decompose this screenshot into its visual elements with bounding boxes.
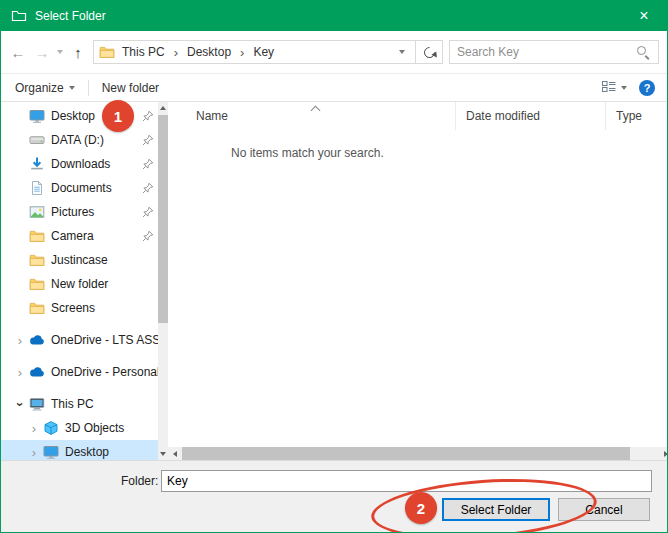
- sidebar-item-justincase[interactable]: Justincase: [1, 248, 158, 272]
- help-button[interactable]: ?: [639, 80, 655, 96]
- cloud-icon: [29, 364, 45, 380]
- chevron-collapsed-icon[interactable]: ›: [25, 445, 43, 460]
- window-title: Select Folder: [35, 9, 106, 23]
- title-bar[interactable]: Select Folder ×: [1, 1, 667, 31]
- sidebar-item-label: Pictures: [51, 205, 141, 219]
- breadcrumb-separator-icon: ›: [167, 45, 185, 60]
- sort-ascending-icon: [310, 106, 320, 116]
- downloads-icon: [29, 156, 45, 172]
- refresh-button[interactable]: [415, 41, 442, 63]
- column-label: Date modified: [466, 109, 540, 123]
- sidebar-item-desktop[interactable]: ›Desktop: [1, 440, 158, 460]
- folder-name-input[interactable]: [161, 470, 652, 492]
- sidebar-item-data-d[interactable]: DATA (D:): [1, 128, 158, 152]
- folder-icon: [29, 276, 45, 292]
- cancel-button[interactable]: Cancel: [558, 498, 650, 521]
- navigation-bar: ← → ↑ This PC › Desktop › Key: [1, 31, 667, 73]
- sidebar-item-documents[interactable]: Documents: [1, 176, 158, 200]
- chevron-collapsed-icon[interactable]: ›: [25, 421, 43, 436]
- column-header-name[interactable]: Name: [168, 102, 456, 130]
- breadcrumb: This PC › Desktop › Key: [94, 41, 389, 63]
- pin-icon: [141, 205, 155, 219]
- sidebar-item-3d-objects[interactable]: ›3D Objects: [1, 416, 158, 440]
- cube-icon: [43, 420, 59, 436]
- sidebar-item-desktop[interactable]: Desktop: [1, 104, 158, 128]
- sidebar-item-onedrive-lts-asso[interactable]: ›OneDrive - LTS ASSO: [1, 328, 158, 352]
- refresh-icon: [421, 44, 437, 60]
- dialog-footer: Folder: Select Folder Cancel: [1, 460, 667, 533]
- sidebar-item-label: Justincase: [51, 253, 158, 267]
- pin-icon: [141, 181, 155, 195]
- column-header-type[interactable]: Type: [606, 102, 668, 130]
- folder-icon: [99, 44, 115, 60]
- empty-message: No items match your search.: [231, 146, 384, 160]
- chevron-collapsed-icon[interactable]: ›: [11, 333, 29, 348]
- file-list: Name Date modified Type No items match y…: [168, 102, 668, 460]
- scroll-right-icon[interactable]: [659, 447, 668, 460]
- search-input[interactable]: [450, 45, 636, 59]
- column-header-date-modified[interactable]: Date modified: [456, 102, 606, 130]
- sidebar-item-pictures[interactable]: Pictures: [1, 200, 158, 224]
- sidebar-item-onedrive-personal[interactable]: ›OneDrive - Personal: [1, 360, 158, 384]
- sidebar-wrap: DesktopDATA (D:)DownloadsDocumentsPictur…: [1, 102, 168, 460]
- change-view-button[interactable]: [601, 78, 627, 97]
- breadcrumb-item-desktop[interactable]: Desktop: [185, 45, 233, 59]
- pin-icon: [141, 157, 155, 171]
- sidebar-item-label: Camera: [51, 229, 141, 243]
- toolbar-divider: [88, 80, 89, 96]
- address-dropdown-button[interactable]: [389, 41, 415, 63]
- scroll-left-icon[interactable]: [168, 447, 181, 460]
- breadcrumb-item-this-pc[interactable]: This PC: [120, 45, 167, 59]
- folder-icon: [29, 228, 45, 244]
- column-label: Type: [616, 109, 642, 123]
- sidebar-item-label: Desktop: [51, 109, 141, 123]
- chevron-collapsed-icon[interactable]: ›: [11, 365, 29, 380]
- desktop-icon: [29, 108, 45, 124]
- sidebar-item-camera[interactable]: Camera: [1, 224, 158, 248]
- close-button[interactable]: ×: [621, 1, 667, 31]
- drive-icon: [29, 132, 45, 148]
- breadcrumb-separator-icon: ›: [233, 45, 251, 60]
- up-button[interactable]: ↑: [69, 44, 87, 61]
- organize-button[interactable]: Organize: [11, 81, 79, 95]
- sidebar-item-this-pc[interactable]: ›This PC: [1, 392, 158, 416]
- scroll-up-icon[interactable]: [158, 102, 168, 114]
- sidebar-item-label: OneDrive - LTS ASSO: [51, 333, 158, 347]
- sidebar-item-downloads[interactable]: Downloads: [1, 152, 158, 176]
- command-bar: Organize New folder ?: [1, 73, 667, 102]
- address-bar[interactable]: This PC › Desktop › Key: [93, 40, 443, 64]
- pin-icon: [141, 109, 155, 123]
- search-box[interactable]: [449, 40, 659, 64]
- organize-dropdown-icon: [69, 86, 75, 90]
- folder-icon: [29, 252, 45, 268]
- scroll-down-icon[interactable]: [158, 448, 168, 460]
- sidebar-item-label: New folder: [51, 277, 158, 291]
- horizontal-scrollbar-thumb[interactable]: [182, 447, 630, 460]
- folder-icon: [29, 300, 45, 316]
- chevron-expanded-icon[interactable]: ›: [13, 395, 28, 413]
- pin-icon: [141, 229, 155, 243]
- desktop-icon: [43, 444, 59, 460]
- sidebar-item-new-folder[interactable]: New folder: [1, 272, 158, 296]
- select-folder-button[interactable]: Select Folder: [442, 498, 550, 521]
- sidebar-scrollbar[interactable]: [158, 102, 168, 460]
- sidebar-item-label: 3D Objects: [65, 421, 158, 435]
- computer-icon: [29, 396, 45, 412]
- picture-icon: [29, 204, 45, 220]
- app-icon: [11, 8, 27, 24]
- sidebar-item-label: OneDrive - Personal: [51, 365, 158, 379]
- new-folder-label: New folder: [102, 81, 159, 95]
- forward-button[interactable]: →: [33, 44, 51, 61]
- view-options-icon: [601, 78, 617, 97]
- sidebar-scrollbar-thumb[interactable]: [158, 115, 168, 323]
- dialog-body: DesktopDATA (D:)DownloadsDocumentsPictur…: [1, 102, 667, 460]
- search-icon[interactable]: [636, 45, 650, 59]
- organize-label: Organize: [15, 81, 64, 95]
- sidebar-item-screens[interactable]: Screens: [1, 296, 158, 320]
- recent-locations-dropdown-icon[interactable]: [57, 50, 63, 54]
- sidebar-item-label: Downloads: [51, 157, 141, 171]
- new-folder-button[interactable]: New folder: [98, 81, 163, 95]
- horizontal-scrollbar[interactable]: [168, 447, 668, 460]
- breadcrumb-item-key[interactable]: Key: [251, 45, 276, 59]
- back-button[interactable]: ←: [9, 44, 27, 61]
